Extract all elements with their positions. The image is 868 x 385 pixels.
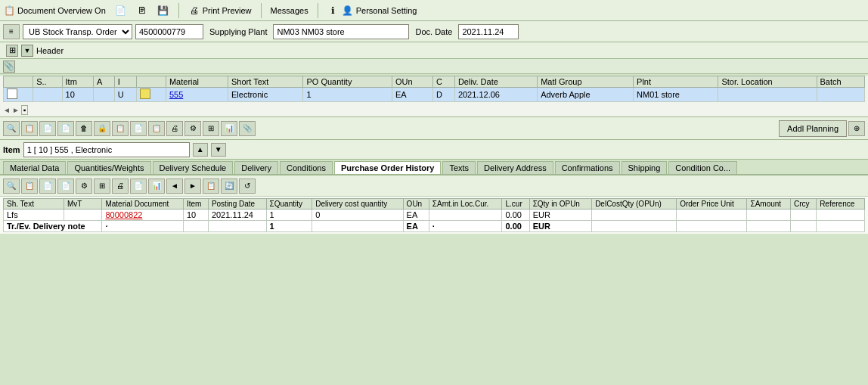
messages-btn[interactable]: Messages <box>271 6 308 15</box>
detail-btn-2[interactable]: 📋 <box>21 179 38 194</box>
tab-shipping[interactable]: Shipping <box>622 161 668 174</box>
action-btn-6[interactable]: 🔒 <box>94 121 110 136</box>
dcol-oun: OUn <box>403 199 429 210</box>
detail-btn-6[interactable]: ⊞ <box>94 179 110 194</box>
dcol-mvt: MvT <box>64 199 102 210</box>
scroll-left-icon[interactable]: ◄ <box>3 106 11 114</box>
detail-btn-5[interactable]: ⚙ <box>76 179 92 194</box>
tab-texts[interactable]: Texts <box>442 161 476 174</box>
detail-toolbar: 🔍 📋 📄 📄 ⚙ ⊞ 🖨 📄 📊 ◄ ► 📋 🔄 ↺ <box>0 175 868 197</box>
detail-table: Sh. Text MvT Material Document Item Post… <box>3 198 865 232</box>
action-btn-extra[interactable]: ⊕ <box>848 121 865 136</box>
dcell-oun: EA <box>403 210 429 221</box>
action-btn-1[interactable]: 🔍 <box>3 121 20 136</box>
tab-condition-co[interactable]: Condition Co... <box>668 161 737 174</box>
cell-s <box>33 88 62 102</box>
doc-date-input[interactable] <box>458 24 519 39</box>
detail-btn-1[interactable]: 🔍 <box>3 179 20 194</box>
print-preview-btn[interactable]: 🖨 Print Preview <box>188 5 252 17</box>
copy-icon[interactable]: 🖹 <box>136 5 148 17</box>
action-btn-10[interactable]: 🖨 <box>166 121 183 136</box>
dcell-sum-amt: 0.00 <box>502 221 529 232</box>
tab-conditions[interactable]: Conditions <box>280 161 333 174</box>
dcell-order-price <box>747 210 790 221</box>
detail-btn-11[interactable]: ► <box>184 179 201 194</box>
detail-btn-10[interactable]: ◄ <box>166 179 183 194</box>
scroll-box[interactable]: ▪ <box>21 105 29 115</box>
action-btn-8[interactable]: 📄 <box>130 121 147 136</box>
dcol-del-cost: Delivery cost quantity <box>312 199 403 210</box>
table-row[interactable]: 10 U 555 Electronic 1 EA D 2021.12.06 Ad… <box>4 88 865 102</box>
row-checkbox[interactable] <box>7 88 17 99</box>
cell-matl-group: Adverb Apple <box>538 88 634 102</box>
detail-row-1[interactable]: Lfs 80000822 10 2021.11.24 1 0 EA 0.00 E… <box>4 210 865 221</box>
dcell-sum-dot2: · <box>429 221 502 232</box>
tab-purchase-order-history[interactable]: Purchase Order History <box>334 161 442 175</box>
tab-quantities[interactable]: Quantities/Weights <box>67 161 150 174</box>
nav-down-btn[interactable]: ▼ <box>211 143 226 157</box>
toolbar-btn-1[interactable]: ≡ <box>3 24 20 39</box>
col-plnt: Plnt <box>634 76 718 88</box>
dcol-ref: Reference <box>817 199 865 210</box>
cell-icon2 <box>136 88 166 102</box>
dcell-sh-text: Lfs <box>4 210 64 221</box>
print-preview-label: Print Preview <box>203 6 252 15</box>
save-icon[interactable]: 💾 <box>157 5 169 17</box>
doc-overview-btn[interactable]: 📋 Document Overview On <box>3 5 106 17</box>
material-link[interactable]: 555 <box>169 90 183 99</box>
action-btn-11[interactable]: ⚙ <box>184 121 201 136</box>
doc-date-label: Doc. Date <box>415 27 452 36</box>
tab-delivery-schedule[interactable]: Delivery Schedule <box>153 161 234 174</box>
dcell-summary-label: Tr./Ev. Delivery note <box>4 221 102 232</box>
detail-btn-13[interactable]: 🔄 <box>221 179 237 194</box>
attach-icon[interactable]: 📎 <box>3 61 15 73</box>
dcol-del-cost2: DelCostQty (OPUn) <box>592 199 677 210</box>
supply-plant-input[interactable] <box>273 24 409 39</box>
tab-delivery-address[interactable]: Delivery Address <box>477 161 553 174</box>
action-btn-2[interactable]: 📋 <box>21 121 38 136</box>
action-btn-4[interactable]: 📄 <box>57 121 74 136</box>
separator2 <box>261 3 262 18</box>
detail-btn-7[interactable]: 🖨 <box>112 179 129 194</box>
detail-btn-3[interactable]: 📄 <box>39 179 56 194</box>
doc-number-input[interactable] <box>135 24 203 39</box>
action-btn-5[interactable]: 🗑 <box>76 121 92 136</box>
addl-planning-btn[interactable]: Addl Planning <box>779 120 847 137</box>
detail-btn-9[interactable]: 📊 <box>148 179 165 194</box>
personal-setting-btn[interactable]: ℹ 👤 Personal Setting <box>327 5 417 17</box>
action-btn-9[interactable]: 📋 <box>148 121 165 136</box>
detail-summary-row: Tr./Ev. Delivery note · 1 EA · 0.00 EUR <box>4 221 865 232</box>
tab-delivery[interactable]: Delivery <box>234 161 278 174</box>
dcol-qty: ΣQuantity <box>266 199 312 210</box>
cell-material[interactable]: 555 <box>166 88 228 102</box>
detail-btn-12[interactable]: 📋 <box>203 179 219 194</box>
cell-batch <box>817 88 864 102</box>
scroll-right-icon[interactable]: ► <box>12 106 20 114</box>
doc-type-select[interactable]: UB Stock Transp. Order <box>23 24 132 39</box>
detail-btn-8[interactable]: 📄 <box>130 179 147 194</box>
nav-up-btn[interactable]: ▲ <box>193 143 208 157</box>
dcell-mat-doc[interactable]: 80000822 <box>102 210 184 221</box>
dcell-mvt <box>64 210 102 221</box>
col-c: C <box>432 76 454 88</box>
dcell-sum-oun: EA <box>403 221 429 232</box>
new-doc-icon[interactable]: 📄 <box>115 5 127 17</box>
tab-confirmations[interactable]: Confirmations <box>555 161 620 174</box>
action-btn-7[interactable]: 📋 <box>112 121 129 136</box>
icon-row: 📎 <box>0 59 868 74</box>
detail-btn-14[interactable]: ↺ <box>239 179 256 194</box>
dcell-sum-empty5 <box>677 221 747 232</box>
header-toggle[interactable]: ▼ <box>21 45 33 57</box>
col-sel <box>4 76 33 88</box>
action-btn-12[interactable]: ⊞ <box>203 121 219 136</box>
print-icon: 🖨 <box>188 5 200 17</box>
col-material: Material <box>166 76 228 88</box>
action-btn-14[interactable]: 📎 <box>239 121 256 136</box>
action-btn-13[interactable]: 📊 <box>221 121 237 136</box>
tab-material-data[interactable]: Material Data <box>3 161 66 174</box>
mat-doc-link[interactable]: 80000822 <box>105 210 142 219</box>
detail-btn-4[interactable]: 📄 <box>57 179 74 194</box>
item-select[interactable] <box>23 142 190 157</box>
action-btn-3[interactable]: 📄 <box>39 121 56 136</box>
toolbar2: ≡ UB Stock Transp. Order Supplying Plant… <box>0 21 868 42</box>
